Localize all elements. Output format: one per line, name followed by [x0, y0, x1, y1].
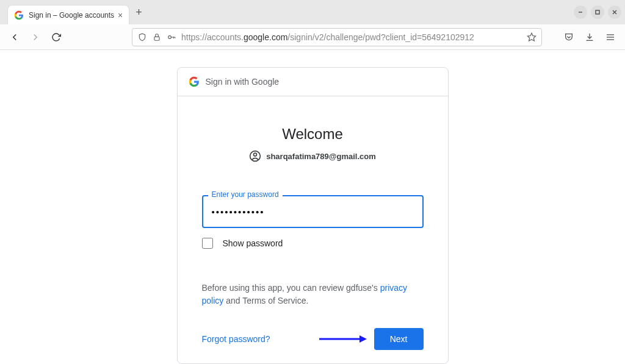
svg-rect-4	[154, 37, 159, 40]
card-header-text: Sign in with Google	[206, 77, 280, 87]
shield-icon[interactable]	[137, 32, 147, 42]
close-tab-icon[interactable]: ×	[118, 10, 123, 20]
lock-icon[interactable]	[152, 32, 162, 42]
welcome-heading: Welcome	[202, 126, 424, 143]
new-tab-button[interactable]: +	[135, 6, 142, 19]
svg-rect-1	[596, 10, 599, 14]
google-logo-icon	[189, 76, 200, 87]
page-content: Sign in with Google Welcome sharqafatima…	[0, 50, 625, 364]
svg-marker-17	[359, 335, 367, 343]
disclosure-text: Before using this app, you can review gd…	[202, 282, 424, 307]
account-email: sharqafatima789@gmail.com	[266, 152, 376, 161]
toolbar-right	[563, 31, 616, 43]
forward-button[interactable]	[29, 31, 42, 43]
url-suffix: /signin/v2/challenge/pwd?client_id=56492…	[287, 32, 474, 42]
disclosure-suffix: and Terms of Service.	[223, 296, 308, 305]
next-button[interactable]: Next	[374, 328, 424, 350]
window-titlebar: Sign in – Google accounts × +	[0, 0, 625, 24]
minimize-button[interactable]	[574, 5, 587, 19]
svg-point-15	[254, 153, 257, 156]
url-text: https://accounts.google.com/signin/v2/ch…	[181, 32, 522, 42]
pocket-icon[interactable]	[563, 31, 575, 43]
card-body: Welcome sharqafatima789@gmail.com Enter …	[178, 96, 448, 350]
actions-row: Forgot password? Next	[202, 328, 424, 350]
show-password-row[interactable]: Show password	[202, 238, 424, 249]
password-input[interactable]	[202, 195, 424, 228]
card-header: Sign in with Google	[178, 68, 448, 96]
back-button[interactable]	[9, 31, 21, 43]
avatar-icon	[249, 150, 261, 162]
show-password-label: Show password	[223, 238, 283, 248]
url-domain: google.com	[244, 32, 287, 42]
password-field-wrap: Enter your password	[202, 195, 424, 228]
menu-icon[interactable]	[604, 31, 616, 43]
password-label: Enter your password	[208, 190, 283, 199]
show-password-checkbox[interactable]	[202, 238, 213, 249]
annotation-arrow-icon	[318, 333, 367, 345]
browser-toolbar: https://accounts.google.com/signin/v2/ch…	[0, 24, 625, 50]
url-prefix: https://accounts.	[181, 32, 244, 42]
downloads-icon[interactable]	[583, 31, 596, 43]
svg-marker-9	[527, 33, 535, 41]
window-controls	[574, 5, 621, 19]
bookmark-star-icon[interactable]	[527, 32, 536, 42]
key-icon[interactable]	[167, 32, 176, 42]
close-window-button[interactable]	[608, 5, 621, 19]
disclosure-prefix: Before using this app, you can review gd…	[202, 283, 380, 293]
account-chip[interactable]: sharqafatima789@gmail.com	[202, 150, 424, 162]
signin-card: Sign in with Google Welcome sharqafatima…	[177, 67, 449, 364]
google-favicon-icon	[14, 10, 24, 20]
forgot-password-link[interactable]: Forgot password?	[202, 334, 270, 344]
browser-tab[interactable]: Sign in – Google accounts ×	[7, 5, 129, 24]
tab-title: Sign in – Google accounts	[29, 11, 114, 20]
svg-point-5	[168, 35, 172, 38]
reload-button[interactable]	[50, 31, 62, 43]
maximize-button[interactable]	[591, 5, 604, 19]
address-bar[interactable]: https://accounts.google.com/signin/v2/ch…	[132, 28, 542, 46]
